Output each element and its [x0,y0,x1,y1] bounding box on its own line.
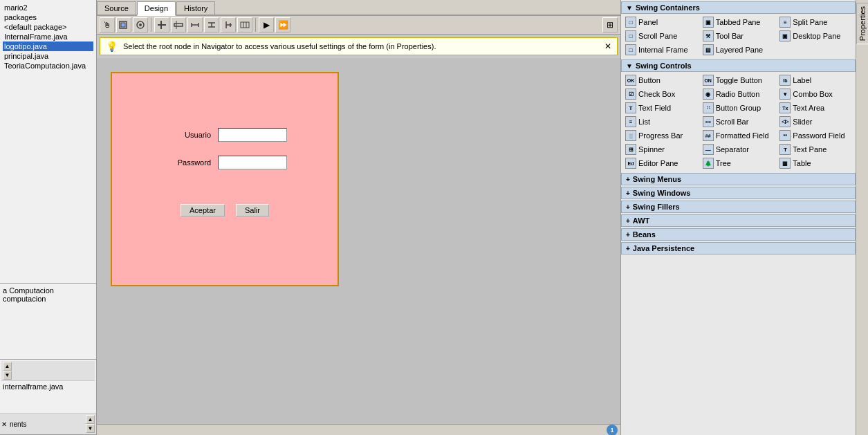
scroll-bar-label: Scroll Bar [716,118,749,126]
palette-panel-item[interactable]: □ Panel [622,15,700,29]
palette-section-swing-controls[interactable]: ▼ Swing Controls [621,59,856,72]
palette-table-item[interactable]: ▦ Table [777,156,854,170]
combo-box-label: Combo Box [793,90,832,98]
bottom-section-scroll: ▲ ▼ [3,362,12,380]
palette-formatted-field-item[interactable]: ## Formatted Field [700,129,777,142]
toolbar-select-btn[interactable]: 🖱 [100,17,115,33]
palette-section-java-persistence[interactable]: + Java Persistence [621,242,856,254]
palette-toolbar-item[interactable]: ⚒ Tool Bar [700,29,777,43]
palette-desktop-pane-item[interactable]: ▣ Desktop Pane [777,29,854,43]
palette-separator-item[interactable]: — Separator [700,142,777,156]
tree-item-packages[interactable]: packages [3,12,93,22]
tree-label: Tree [716,159,731,167]
toolbar: 🖱 ▶ ⏩ ⊞ [97,16,620,35]
palette-checkbox-item[interactable]: ☑ Check Box [622,87,700,101]
toolbar-btn9[interactable] [237,17,252,33]
toolbar-btn4[interactable] [154,17,169,33]
palette-section-awt[interactable]: + AWT [621,214,856,227]
editor-pane-icon: Ed [625,158,636,169]
palette-section-swing-containers[interactable]: ▼ Swing Containers [621,1,856,14]
accept-button[interactable]: Aceptar [181,204,225,216]
toolbar-icon: ⚒ [703,30,714,41]
tree-item-teoria[interactable]: TeoriaComputacion.java [3,61,93,71]
svg-rect-6 [174,24,183,26]
palette-button-group-item[interactable]: ∷ Button Group [700,101,777,115]
tree-item-internalframe[interactable]: InternalFrame.java [3,32,93,41]
palette-list-item[interactable]: ≡ List [622,115,700,129]
swing-controls-label: Swing Controls [636,62,692,70]
palette-button-item[interactable]: OK Button [622,73,700,87]
list-icon: ≡ [625,116,636,127]
properties-tab[interactable]: Properties [856,3,869,44]
combo-box-icon: ▼ [779,89,791,100]
toolbar-btn6[interactable] [187,17,203,33]
scroll-up-btn[interactable]: ▲ [3,362,12,371]
text-pane-label: Text Pane [793,145,827,154]
tree-item-principal[interactable]: principal.java [3,51,93,61]
toolbar-btn7[interactable] [204,17,219,33]
toolbar-btn5[interactable] [171,17,186,33]
tree-item-logotipo[interactable]: logotipo.java [3,41,93,51]
spinner-icon: ⊞ [625,144,636,155]
bottom-internalframe-item[interactable]: internalframe.java [3,382,93,391]
toolbar-btn2[interactable] [116,17,131,33]
palette-editor-pane-item[interactable]: Ed Editor Pane [622,156,700,170]
palette-section-swing-fillers[interactable]: + Swing Fillers [621,201,856,213]
exit-button[interactable]: Salir [236,204,269,216]
tab-source[interactable]: Source [97,1,136,15]
palette-label-item[interactable]: lb Label [777,73,854,87]
palette-radio-button-item[interactable]: ◉ Radio Button [700,87,777,101]
palette-toggle-button-item[interactable]: ON Toggle Button [700,73,777,87]
tabbed-pane-icon: ▣ [703,17,714,28]
swing-containers-grid: □ Panel ▣ Tabbed Pane ≡ Split Pane □ Scr… [621,14,856,58]
scroll-down-btn2[interactable]: ▼ [86,424,95,433]
scroll-up-btn2[interactable]: ▲ [86,415,95,424]
palette-password-field-item[interactable]: ** Password Field [777,129,854,142]
bottom-item-computacion2[interactable]: computacion [3,295,93,303]
palette-internal-frame-item[interactable]: □ Internal Frame [622,43,700,57]
palette-panel: ▼ Swing Containers □ Panel ▣ Tabbed Pane… [620,0,856,435]
palette-slider-item[interactable]: ◁▷ Slider [777,115,854,129]
tree-item-default-pkg[interactable]: <default package> [3,22,93,32]
progress-bar-label: Progress Bar [638,131,683,140]
palette-section-beans[interactable]: + Beans [621,228,856,241]
main-area: Source Design History 🖱 ▶ [97,0,620,435]
palette-text-field-item[interactable]: T Text Field [622,101,700,115]
palette-tree-item[interactable]: 🌲 Tree [700,156,777,170]
palette-text-area-item[interactable]: Tx Text Area [777,101,854,115]
palette-combo-box-item[interactable]: ▼ Combo Box [777,87,854,101]
palette-section-swing-windows[interactable]: + Swing Windows [621,187,856,199]
palette-tabbed-pane-item[interactable]: ▣ Tabbed Pane [700,15,777,29]
info-close-btn[interactable]: ✕ [604,41,611,51]
palette-spinner-item[interactable]: ⊞ Spinner [622,142,700,156]
bottom-item-computacion[interactable]: a Computacion [3,286,93,295]
tab-design[interactable]: Design [137,1,176,16]
expand-icon-fillers: + [626,203,630,211]
tab-history[interactable]: History [176,1,215,15]
toolbar-expand-btn[interactable]: ⊞ [602,17,618,33]
design-canvas[interactable]: Usuario Password Aceptar Salir [97,58,620,424]
beans-label: Beans [633,230,656,239]
toolbar-btn3[interactable] [133,17,148,33]
palette-text-pane-item[interactable]: T Text Pane [777,142,854,156]
tree-item-mario2[interactable]: mario2 [3,3,93,12]
palette-progress-bar-item[interactable]: ░ Progress Bar [622,129,700,142]
internal-frame-label: Internal Frame [638,46,688,54]
scroll-down-btn[interactable]: ▼ [3,371,12,380]
palette-scroll-bar-item[interactable]: ≡≡ Scroll Bar [700,115,777,129]
info-icon: 💡 [106,41,118,52]
toolbar-forward-btn[interactable]: ▶ [259,17,274,33]
palette-section-swing-menus[interactable]: + Swing Menus [621,173,856,185]
usuario-input[interactable] [218,128,287,142]
palette-scroll-pane-item[interactable]: □ Scroll Pane [622,29,700,43]
palette-split-pane-item[interactable]: ≡ Split Pane [777,15,854,29]
expand-icon-menus: + [626,176,630,183]
form-frame[interactable]: Usuario Password Aceptar Salir [111,72,339,286]
toolbar-fastforward-btn[interactable]: ⏩ [275,17,290,33]
toolbar-btn8[interactable] [221,17,236,33]
password-input[interactable] [218,156,287,169]
text-area-label: Text Area [793,104,824,112]
close-icon[interactable]: ✕ [1,420,7,428]
palette-layered-pane-item[interactable]: ▤ Layered Pane [700,43,777,57]
far-right-panel: Properties [856,0,868,435]
